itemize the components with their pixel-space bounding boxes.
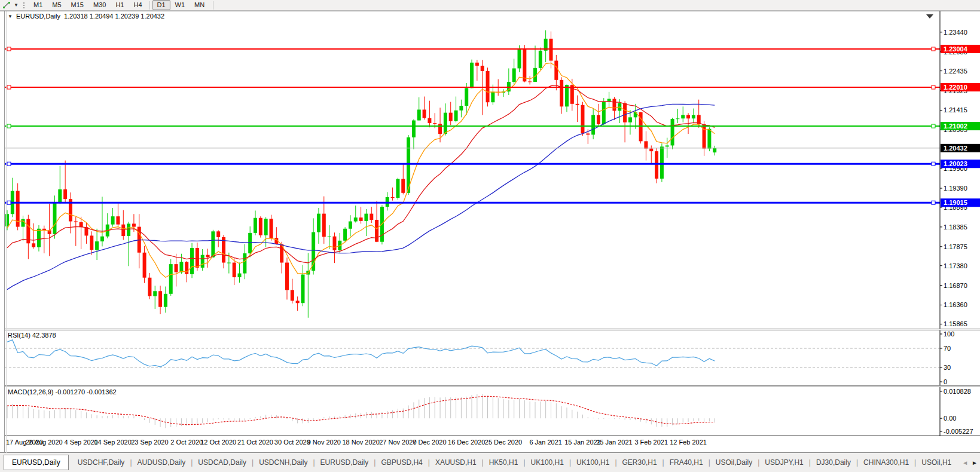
chart-tab-usdchf-daily[interactable]: USDCHF,Daily xyxy=(72,456,130,469)
date-tick-label: 7 Dec 2020 xyxy=(413,439,446,446)
chart-title-ohlc: 1.20318 1.20494 1.20239 1.20432 xyxy=(64,13,164,20)
chart-tab-uk100-h1[interactable]: UK100,H1 xyxy=(526,456,569,469)
chart-tab-china300-h1[interactable]: CHINA300,H1 xyxy=(858,456,914,469)
date-tick-label: 2 Oct 2020 xyxy=(170,439,203,446)
price-line-label: 1.23004 xyxy=(944,45,968,53)
chart-tab-usdcnh-daily[interactable]: USDCNH,Daily xyxy=(254,456,313,469)
price-chart-pane[interactable]: ▼ EURUSD,Daily 1.20318 1.20494 1.20239 1… xyxy=(5,11,980,329)
chart-tab-fra40-h1[interactable]: FRA40,H1 xyxy=(664,456,709,469)
chart-tab-audusd-daily[interactable]: AUDUSD,Daily xyxy=(132,456,191,469)
rsi-label: RSI(14) 42.3878 xyxy=(8,332,56,339)
window-left-border xyxy=(4,11,7,453)
timeframe-button-d1[interactable]: D1 xyxy=(152,0,170,10)
chart-tab-eurusd-daily[interactable]: EURUSD,Daily xyxy=(4,455,69,470)
date-tick-label: 16 Dec 2020 xyxy=(448,439,485,446)
chart-tab-gbpusd-h4[interactable]: GBPUSD,H4 xyxy=(375,456,428,469)
timeframe-button-w1[interactable]: W1 xyxy=(170,0,190,10)
price-axis[interactable]: 1.234401.229301.224351.219251.214151.209… xyxy=(940,11,980,329)
price-tick-label: 1.17875 xyxy=(944,243,967,250)
moving-averages-group xyxy=(7,63,715,289)
date-tick-label: 23 Sep 2020 xyxy=(131,439,168,446)
timeframe-button-mn[interactable]: MN xyxy=(190,0,209,10)
time-axis[interactable]: 17 Aug 202026 Aug 20204 Sep 202014 Sep 2… xyxy=(5,436,980,452)
date-tick-label: 27 Nov 2020 xyxy=(379,439,416,446)
price-line-label: 1.22010 xyxy=(944,84,967,91)
date-tick-label: 12 Feb 2021 xyxy=(670,439,707,446)
chart-tab-usdcad-daily[interactable]: USDCAD,Daily xyxy=(193,456,252,469)
toolbar-separator xyxy=(149,1,150,10)
rsi-canvas[interactable]: 10070300 xyxy=(5,330,980,385)
macd-label: MACD(12,26,9) -0.001270 -0.001362 xyxy=(8,388,117,396)
timeframe-button-m15[interactable]: M15 xyxy=(66,0,88,10)
price-line-label: 1.19015 xyxy=(944,199,967,206)
chart-tabs: EURUSD,DailyUSDCHF,Daily|AUDUSD,Daily|US… xyxy=(4,455,957,470)
chart-tab-bar: EURUSD,DailyUSDCHF,Daily|AUDUSD,Daily|US… xyxy=(0,452,980,472)
macd-canvas[interactable]: 0.0108280.00-0.005227 xyxy=(5,387,980,436)
cursor-tool-icon[interactable] xyxy=(1,1,12,10)
macd-signal-line xyxy=(7,396,715,424)
date-tick-label: 25 Dec 2020 xyxy=(485,439,522,446)
price-tick-label: 1.19390 xyxy=(944,185,967,192)
price-tick-label: 1.15865 xyxy=(944,320,967,327)
price-line-label: 1.20023 xyxy=(944,160,967,167)
date-tick-label: 12 Oct 2020 xyxy=(200,439,236,446)
macd-tick-label: 0.00 xyxy=(944,415,956,422)
toolbar-separator xyxy=(213,1,213,10)
rsi-tick-label: 70 xyxy=(944,345,951,352)
chart-tab-usoil-daily[interactable]: USOil,Daily xyxy=(710,456,758,469)
date-tick-label: 3 Feb 2021 xyxy=(634,439,668,446)
mt4-terminal: ▼ M1M5M15M30H1H4D1W1MN ▼ EURUSD,Daily 1.… xyxy=(0,0,980,472)
price-tick-label: 1.16360 xyxy=(944,301,967,308)
chart-tab-eurusd-daily[interactable]: EURUSD,Daily xyxy=(315,456,374,469)
timeframe-button-m1[interactable]: M1 xyxy=(29,0,47,10)
candles-group xyxy=(5,30,716,318)
chart-tab-xauusd-h1[interactable]: XAUUSD,H1 xyxy=(430,456,482,469)
date-tick-label: 15 Jan 2021 xyxy=(564,439,601,446)
date-tick-label: 21 Oct 2020 xyxy=(237,439,273,446)
rsi-tick-label: 30 xyxy=(944,364,951,371)
date-tick-label: 14 Sep 2020 xyxy=(94,439,131,446)
tab-scroll-left-icon[interactable]: ◄ xyxy=(962,459,968,466)
chart-tab-ger30-h1[interactable]: GER30,H1 xyxy=(617,456,663,469)
chart-tab-uk100-h1[interactable]: UK100,H1 xyxy=(571,456,615,469)
timeframe-button-group: M1M5M15M30H1H4D1W1MN xyxy=(29,0,209,10)
tab-scroll-controls: ◄ ► xyxy=(962,459,980,466)
chart-window: ▼ EURUSD,Daily 1.20318 1.20494 1.20239 1… xyxy=(0,11,980,452)
rsi-tick-label: 100 xyxy=(944,330,954,338)
price-line-label: 1.21002 xyxy=(944,122,967,130)
rsi-tick-label: 0 xyxy=(944,378,947,385)
rsi-line xyxy=(7,340,715,367)
chevron-down-icon[interactable]: ▼ xyxy=(13,2,19,8)
collapse-chart-icon[interactable]: ▼ xyxy=(8,14,13,19)
chart-title: ▼ EURUSD,Daily 1.20318 1.20494 1.20239 1… xyxy=(8,13,164,20)
price-chart-canvas[interactable]: 1.234401.229301.224351.219251.214151.209… xyxy=(5,11,980,329)
rsi-indicator-pane[interactable]: RSI(14) 42.3878 10070300 xyxy=(5,330,980,385)
chart-title-symbol: EURUSD,Daily xyxy=(16,13,60,20)
chart-tab-usdjpy-h1[interactable]: USDJPY,H1 xyxy=(759,456,808,469)
macd-histogram xyxy=(7,394,715,428)
date-tick-label: 25 Jan 2021 xyxy=(596,439,633,446)
timeframe-button-m5[interactable]: M5 xyxy=(47,0,66,10)
periodicity-toolbar: ▼ M1M5M15M30H1H4D1W1MN xyxy=(0,0,980,11)
price-line-label: 1.20432 xyxy=(944,145,967,152)
timeframe-button-m30[interactable]: M30 xyxy=(88,0,111,10)
macd-indicator-pane[interactable]: MACD(12,26,9) -0.001270 -0.001362 0.0108… xyxy=(5,387,980,436)
date-tick-label: 18 Nov 2020 xyxy=(342,439,379,446)
chart-tab-hk50-h1[interactable]: HK50,H1 xyxy=(484,456,524,469)
price-tick-label: 1.17380 xyxy=(944,262,967,269)
price-tick-label: 1.18385 xyxy=(944,223,967,231)
chart-shift-marker-icon xyxy=(926,14,933,19)
chart-tab-dj30-daily[interactable]: DJ30,Daily xyxy=(811,456,856,469)
timeframe-button-h1[interactable]: H1 xyxy=(111,0,129,10)
price-tick-label: 1.22435 xyxy=(944,68,967,75)
toolbar-grip[interactable] xyxy=(23,2,25,9)
tab-scroll-right-icon[interactable]: ► xyxy=(972,459,978,466)
macd-tick-label: 0.010828 xyxy=(944,388,971,395)
price-tick-label: 1.21415 xyxy=(944,106,967,114)
date-tick-label: 30 Oct 2020 xyxy=(274,439,310,446)
price-tick-label: 1.16870 xyxy=(944,282,967,289)
price-tick-label: 1.23440 xyxy=(944,29,967,36)
timeframe-button-h4[interactable]: H4 xyxy=(129,0,146,10)
chart-tab-usoil-h1[interactable]: USOil,H1 xyxy=(916,456,957,469)
date-tick-label: 6 Jan 2021 xyxy=(529,439,561,446)
